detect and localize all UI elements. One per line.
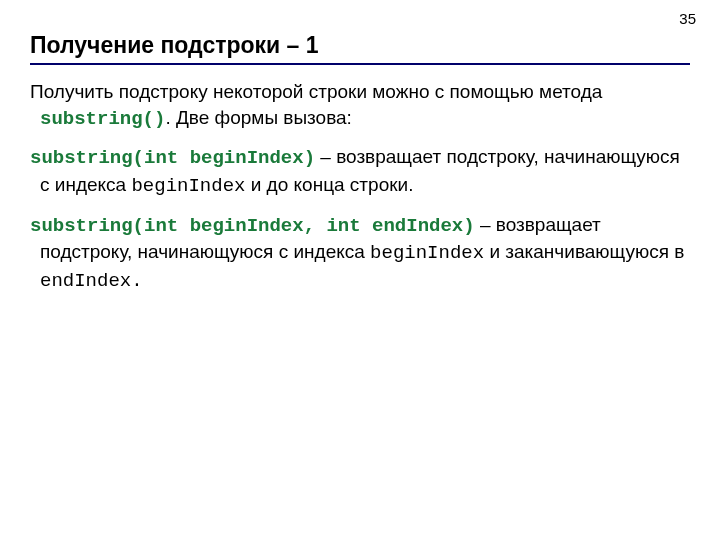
text-run: и до конца строки. [245,174,413,195]
page-number: 35 [679,10,696,27]
paragraph-form2: substring(int beginIndex, int endIndex) … [30,212,690,295]
text-run: и заканчивающуюся в [484,241,684,262]
code-identifier: beginIndex [370,242,484,264]
slide-body: Получение подстроки – 1 Получить подстро… [0,0,720,294]
paragraph-form1: substring(int beginIndex) – возвращает п… [30,144,690,199]
code-method: substring() [40,108,165,130]
text-run: . Две формы вызова: [165,107,351,128]
title-underline [30,63,690,65]
paragraph-intro: Получить подстроку некоторой строки можн… [30,79,690,132]
text-run: Получить подстроку некоторой строки можн… [30,81,602,102]
slide-title: Получение подстроки – 1 [30,32,690,59]
code-signature: substring(int beginIndex) [30,147,315,169]
code-identifier: endIndex. [40,270,143,292]
code-signature: substring(int beginIndex, int endIndex) [30,215,475,237]
code-identifier: beginIndex [131,175,245,197]
